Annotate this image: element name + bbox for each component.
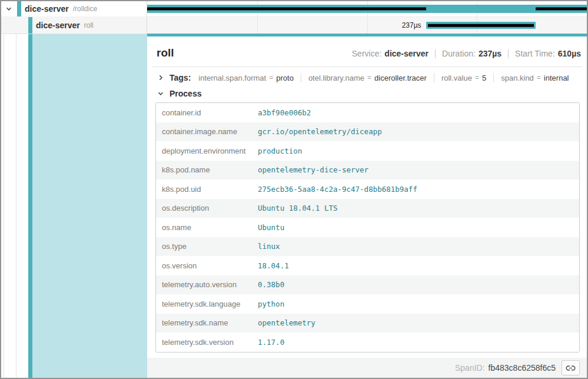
table-row: os.nameUbuntu [156, 218, 579, 237]
tag-equals: = [367, 74, 371, 82]
span-id-label: SpanID: [455, 363, 485, 373]
table-row: os.typelinux [156, 237, 579, 257]
tag-key: internal.span.format [198, 74, 266, 82]
span-tree-gutter [1, 34, 147, 378]
process-key: telemetry.sdk.name [156, 318, 258, 327]
process-key: telemetry.sdk.language [156, 300, 258, 308]
tag-key: span.kind [501, 74, 534, 82]
critical-path-segment [428, 24, 534, 27]
copy-span-link-button[interactable] [562, 360, 580, 375]
chevron-down-icon [157, 90, 164, 97]
process-value: Ubuntu [258, 223, 579, 232]
tag-equals: = [537, 74, 541, 82]
process-value: linux [258, 242, 579, 251]
process-value: opentelemetry-dice-server [258, 165, 579, 174]
table-row: k8s.pod.nameopentelemetry-dice-server [156, 161, 579, 180]
tag-key: roll.value [441, 74, 472, 82]
start-time-value: 610µs [558, 49, 581, 58]
tag-equals: = [269, 74, 273, 82]
process-value: opentelemetry [258, 318, 579, 327]
tag-value: internal [544, 74, 569, 82]
process-label: Process [170, 89, 201, 98]
start-time-label: Start Time: [515, 49, 555, 58]
tag-separator [301, 73, 301, 82]
process-key: os.description [156, 204, 258, 212]
process-key: deployment.environment [156, 147, 258, 155]
meta-separator [435, 49, 436, 58]
tags-section-header[interactable]: Tags: internal.span.format = proto otel.… [155, 73, 581, 82]
process-value: production [258, 147, 579, 155]
process-value: 18.04.1 [258, 261, 579, 270]
process-key: k8s.pod.name [156, 165, 258, 174]
span-meta: Service: dice-server Duration: 237µs Sta… [352, 49, 581, 58]
process-value: 275ecb36-5aa8-4c2a-9c47-d8bb681b9aff [258, 185, 579, 194]
duration-label: Duration: [442, 49, 476, 58]
process-key: container.id [156, 108, 258, 117]
operation-name: /rolldice [73, 5, 97, 13]
header-divider [152, 67, 582, 67]
collapse-process-button[interactable] [157, 89, 165, 98]
duration-value: 237µs [479, 49, 501, 58]
indent-guide [4, 34, 4, 378]
process-value: 0.38b0 [258, 280, 579, 289]
operation-name: roll [84, 21, 94, 29]
process-value: a3bf90e006b2 [258, 108, 579, 117]
span-operation-title: roll [155, 46, 174, 59]
table-row: telemetry.sdk.languagepython [156, 294, 579, 314]
tag-separator [434, 73, 434, 82]
process-key: k8s.pod.uid [156, 185, 258, 194]
table-row: telemetry.auto.version0.38b0 [156, 275, 579, 295]
tag-value: 5 [482, 74, 486, 82]
process-value: python [258, 300, 579, 308]
span-row-child-timeline[interactable]: 237µs [147, 17, 587, 34]
span-row-parent-name[interactable]: dice-server /rolldice [1, 1, 147, 17]
tag-summary-list: internal.span.format = proto otel.librar… [198, 73, 569, 82]
span-detail-panel: roll Service: dice-server Duration: 237µ… [147, 34, 587, 378]
service-color-chip [17, 1, 21, 16]
process-key: os.type [156, 242, 258, 251]
critical-path-segment [147, 8, 426, 11]
table-row: deployment.environmentproduction [156, 141, 579, 161]
indent-guide [16, 34, 16, 378]
process-value: gcr.io/opentelemetry/diceapp [258, 127, 579, 136]
process-key: telemetry.auto.version [156, 280, 258, 289]
table-row: os.version18.04.1 [156, 256, 579, 275]
process-key: container.image.name [156, 127, 258, 136]
span-detail-header: roll Service: dice-server Duration: 237µ… [155, 46, 581, 59]
span-detail-footer: SpanID: fb483c8c6258f6c5 [147, 358, 587, 378]
tag-separator [493, 73, 494, 82]
collapse-children-button[interactable] [5, 5, 13, 13]
tag-equals: = [475, 74, 479, 82]
span-rows: dice-server /rolldice dice-server roll 2… [1, 1, 587, 34]
table-row: container.image.namegcr.io/opentelemetry… [156, 122, 579, 142]
process-value: 1.17.0 [258, 338, 579, 347]
child-span-bar[interactable] [426, 22, 536, 29]
chevron-right-icon [157, 74, 164, 81]
process-key: os.name [156, 223, 258, 232]
process-value: Ubuntu 18.04.1 LTS [258, 204, 579, 212]
parent-span-bar[interactable] [147, 5, 587, 13]
span-duration-label: 237µs [402, 21, 421, 29]
service-value: dice-server [384, 49, 428, 58]
service-name: dice-server [36, 21, 80, 30]
tag-key: otel.library.name [308, 74, 364, 82]
trace-detail-window: dice-server /rolldice dice-server roll 2… [0, 0, 588, 379]
table-row: telemetry.sdk.version1.17.0 [156, 333, 579, 352]
critical-path-segment [536, 8, 587, 11]
selected-span-highlight [32, 34, 147, 378]
process-key: os.version [156, 261, 258, 270]
selected-span-color-stripe [28, 34, 32, 378]
expand-tags-button[interactable] [157, 74, 165, 82]
span-row-child-name[interactable]: dice-server roll [1, 17, 147, 34]
process-kv-table: container.ida3bf90e006b2 container.image… [155, 102, 580, 353]
process-key: telemetry.sdk.version [156, 338, 258, 347]
table-row: telemetry.sdk.nameopentelemetry [156, 314, 579, 333]
table-row: k8s.pod.uid275ecb36-5aa8-4c2a-9c47-d8bb6… [156, 179, 579, 199]
span-row-parent-timeline[interactable] [147, 1, 587, 17]
tags-label: Tags: [170, 73, 191, 82]
service-name: dice-server [25, 4, 69, 14]
meta-separator [508, 49, 509, 58]
table-row: os.descriptionUbuntu 18.04.1 LTS [156, 199, 579, 218]
tag-value: proto [276, 74, 294, 82]
process-section-header[interactable]: Process [155, 89, 581, 98]
